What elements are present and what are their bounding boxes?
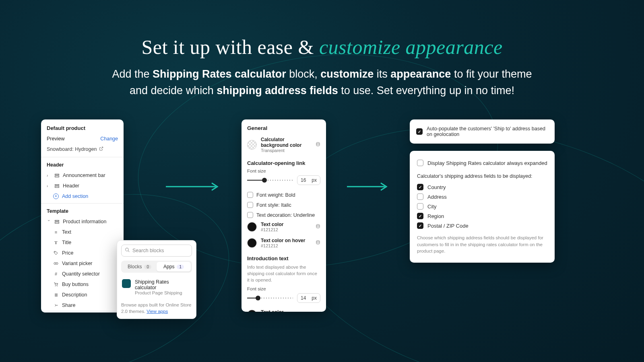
geolocation-label: Auto-populate the customers' 'Ship to' a… <box>427 126 548 137</box>
checkbox-underline[interactable]: Text decoration: Underline <box>247 210 320 220</box>
font-size-value[interactable]: 14px <box>297 293 320 303</box>
checkbox-icon <box>247 202 253 208</box>
svg-point-10 <box>54 263 56 265</box>
svg-rect-8 <box>55 222 59 223</box>
section-icon <box>54 183 60 189</box>
checkbox-icon <box>417 203 423 210</box>
font-size-label: Font size <box>247 286 320 291</box>
section-icon <box>54 173 60 178</box>
chevron-right-icon: › <box>47 173 51 178</box>
checkbox-icon <box>247 192 253 198</box>
checkbox-always-expanded[interactable]: Display Shipping Rates calculator always… <box>417 158 547 168</box>
general-heading: General <box>247 125 320 131</box>
checkbox-geolocation[interactable]: ✓ <box>416 128 423 135</box>
cart-icon <box>53 282 59 287</box>
app-block-item[interactable]: Shipping Rates calculator Product Page S… <box>121 278 192 297</box>
section-icon <box>54 219 60 224</box>
add-block-button[interactable]: + Add block <box>41 311 124 313</box>
section-announcement-bar[interactable]: › Announcement bar <box>41 170 124 181</box>
block-share[interactable]: Share <box>41 300 124 311</box>
svg-point-11 <box>56 263 58 265</box>
tab-apps[interactable]: Apps1 <box>157 262 191 272</box>
color-swatch-icon <box>247 222 257 232</box>
add-block-popover: Search blocks Blocks0 Apps1 Shipping Rat… <box>117 240 196 319</box>
dynamic-source-icon[interactable] <box>316 142 320 148</box>
svg-line-17 <box>128 251 129 252</box>
block-description[interactable]: ≣Description <box>41 290 124 300</box>
section-header[interactable]: › Header <box>41 181 124 191</box>
block-variant-picker[interactable]: Variant picker <box>41 258 124 269</box>
template-group-label: Template <box>41 204 124 216</box>
checkbox-postal[interactable]: ✓Postal / ZIP Code <box>417 221 547 230</box>
color-swatch-icon <box>247 140 257 150</box>
font-size-slider[interactable] <box>247 295 293 301</box>
view-apps-link[interactable]: View apps <box>147 309 168 314</box>
price-icon <box>53 250 59 256</box>
app-icon <box>122 279 131 288</box>
svg-rect-4 <box>55 176 59 177</box>
color-swatch-icon <box>247 310 257 312</box>
address-fields-panel: Display Shipping Rates calculator always… <box>410 151 555 263</box>
hero-title-a: Set it up with ease & <box>141 36 319 58</box>
intro-text-color-setting[interactable]: Text color#121212 <box>247 308 320 312</box>
checkbox-icon <box>417 160 423 166</box>
block-quantity-selector[interactable]: #Quantity selector <box>41 269 124 279</box>
checkbox-icon: ✓ <box>417 184 423 190</box>
checkbox-icon <box>417 193 423 200</box>
svg-point-19 <box>316 224 320 226</box>
svg-point-9 <box>55 252 55 253</box>
font-size-slider[interactable] <box>247 177 293 183</box>
add-section-button[interactable]: + Add section <box>41 191 124 203</box>
fields-heading: Calculator's shipping address fields to … <box>417 173 547 179</box>
fields-note: Choose which shipping address fields sho… <box>417 234 547 255</box>
checkbox-icon: ✓ <box>417 213 423 219</box>
checkbox-city[interactable]: City <box>417 202 547 211</box>
title-icon: T <box>53 240 59 245</box>
svg-rect-7 <box>55 220 59 221</box>
popover-footer: Browse apps built for Online Store 2.0 t… <box>121 302 192 315</box>
chevron-down-icon: › <box>47 220 51 224</box>
text-color-hover-setting[interactable]: Text color on hover#121212 <box>247 236 320 252</box>
section-product-information[interactable]: › Product information <box>41 216 124 227</box>
link-heading: Calculator-opening link <box>247 160 320 166</box>
search-blocks-input[interactable]: Search blocks <box>121 245 192 257</box>
block-title[interactable]: TTitle <box>41 237 124 248</box>
hero-title-accent: customize appearance <box>319 36 503 58</box>
checkbox-bold[interactable]: Font weight: Bold <box>247 190 320 200</box>
dynamic-source-icon[interactable] <box>316 224 320 230</box>
color-swatch-icon <box>247 238 257 248</box>
panel-title: Default product <box>41 119 124 134</box>
share-icon <box>53 302 59 308</box>
theme-sidebar-panel: Default product Preview Change Snowboard… <box>41 119 124 313</box>
checkbox-italic[interactable]: Font style: Italic <box>247 200 320 210</box>
preview-label: Preview <box>47 136 64 142</box>
popover-tabs: Blocks0 Apps1 <box>121 261 192 273</box>
font-size-value[interactable]: 16px <box>297 175 320 185</box>
block-text[interactable]: ≡Text <box>41 227 124 237</box>
svg-point-18 <box>316 142 320 144</box>
dynamic-source-icon[interactable] <box>316 240 320 246</box>
svg-line-2 <box>101 147 103 149</box>
background-color-setting[interactable]: Calculator background color Transparent <box>247 135 320 157</box>
text-color-setting[interactable]: Text color#121212 <box>247 220 320 236</box>
svg-rect-5 <box>55 184 59 185</box>
font-size-label: Font size <box>247 169 320 173</box>
preview-product[interactable]: Snowboard: Hydrogen <box>41 146 124 157</box>
block-price[interactable]: Price <box>41 248 124 258</box>
block-buy-buttons[interactable]: Buy buttons <box>41 279 124 290</box>
checkbox-region[interactable]: ✓Region <box>417 211 547 221</box>
checkbox-icon <box>247 212 253 218</box>
header-group-label: Header <box>41 157 124 170</box>
hero: Set it up with ease & customize appearan… <box>0 0 644 99</box>
checkbox-country[interactable]: ✓Country <box>417 182 547 192</box>
external-link-icon <box>99 146 103 152</box>
intro-heading: Introduction text <box>247 255 320 261</box>
svg-point-13 <box>57 286 58 286</box>
appearance-settings-panel: General Calculator background color Tran… <box>242 119 326 312</box>
checkbox-address[interactable]: Address <box>417 192 547 202</box>
change-link[interactable]: Change <box>100 136 118 142</box>
chevron-right-icon: › <box>47 184 51 188</box>
geolocation-panel: ✓ Auto-populate the customers' 'Ship to'… <box>410 119 555 144</box>
tab-blocks[interactable]: Blocks0 <box>122 262 157 272</box>
description-icon: ≣ <box>53 292 59 298</box>
